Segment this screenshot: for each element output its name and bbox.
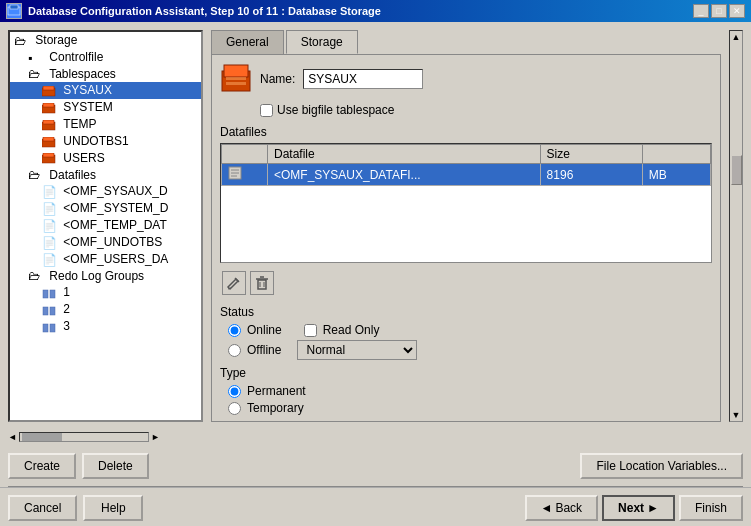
tree-item-df1[interactable]: 📄 <OMF_SYSAUX_D <box>10 183 201 200</box>
vertical-scrollbar[interactable]: ▲ ▼ <box>729 30 743 422</box>
tree-label: <OMF_TEMP_DAT <box>63 218 166 232</box>
tree-label: <OMF_SYSTEM_D <box>63 201 168 215</box>
tree-item-redo2[interactable]: 2 <box>10 301 201 318</box>
window-controls[interactable]: _ □ ✕ <box>693 4 745 18</box>
tree-item-undotbs1[interactable]: UNDOTBS1 <box>10 133 201 150</box>
tree-item-df2[interactable]: 📄 <OMF_SYSTEM_D <box>10 200 201 217</box>
readonly-label: Read Only <box>323 323 380 337</box>
minimize-button[interactable]: _ <box>693 4 709 18</box>
folder-open-icon: 🗁 <box>28 269 44 283</box>
file-location-button[interactable]: File Location Variables... <box>580 453 743 479</box>
tree-item-system[interactable]: SYSTEM <box>10 99 201 116</box>
svg-rect-11 <box>43 153 54 157</box>
permanent-row: Permanent <box>228 384 712 398</box>
tree-item-tablespaces[interactable]: 🗁 Tablespaces <box>10 66 201 83</box>
tree-item-datafiles-group[interactable]: 🗁 Datafiles <box>10 167 201 184</box>
back-label: Back <box>555 501 582 515</box>
tree-item-temp[interactable]: TEMP <box>10 116 201 133</box>
nav-group: ◄ Back Next ► Finish <box>525 495 744 521</box>
datafile-icon: 📄 <box>42 253 58 267</box>
scroll-thumb[interactable] <box>731 155 742 185</box>
online-radio[interactable] <box>228 324 241 337</box>
scroll-up-arrow[interactable]: ▲ <box>732 32 741 42</box>
readonly-checkbox[interactable] <box>304 324 317 337</box>
tab-general[interactable]: General <box>211 30 284 54</box>
cancel-button[interactable]: Cancel <box>8 495 77 521</box>
scroll-right-arrow[interactable]: ► <box>151 432 160 442</box>
tab-content: Name: Use bigfile tablespace Datafiles D… <box>211 54 721 422</box>
svg-rect-14 <box>43 307 48 315</box>
name-input[interactable] <box>303 69 423 89</box>
redo-icon <box>42 303 58 317</box>
tree-item-controlfile[interactable]: ▪ Controlfile <box>10 49 201 66</box>
tree-item-df3[interactable]: 📄 <OMF_TEMP_DAT <box>10 217 201 234</box>
bottom-bar-2: Cancel Help ◄ Back Next ► Finish <box>0 487 751 526</box>
edit-button[interactable] <box>222 271 246 295</box>
svg-rect-7 <box>43 120 54 124</box>
finish-button[interactable]: Finish <box>679 495 743 521</box>
row-name[interactable]: <OMF_SYSAUX_DATAFI... <box>268 164 541 186</box>
row-unit: MB <box>642 164 710 186</box>
tree-label: SYSAUX <box>63 83 112 97</box>
name-label: Name: <box>260 72 295 86</box>
tree-item-users[interactable]: USERS <box>10 150 201 167</box>
file-icon: ▪ <box>28 51 44 65</box>
temporary-radio[interactable] <box>228 402 241 415</box>
tree-label: Storage <box>35 33 77 47</box>
tree-item-storage[interactable]: 🗁 Storage <box>10 32 201 49</box>
tree-panel[interactable]: 🗁 Storage ▪ Controlfile 🗁 Tablespaces SY… <box>8 30 203 422</box>
tree-item-df4[interactable]: 📄 <OMF_UNDOTBS <box>10 234 201 251</box>
redo-icon <box>42 286 58 300</box>
folder-open-icon: 🗁 <box>28 67 44 81</box>
tree-label: Datafiles <box>49 168 96 182</box>
bigfile-checkbox[interactable] <box>260 104 273 117</box>
main-content: 🗁 Storage ▪ Controlfile 🗁 Tablespaces SY… <box>0 22 751 430</box>
offline-radio[interactable] <box>228 344 241 357</box>
svg-rect-9 <box>43 137 54 141</box>
table-row[interactable]: <OMF_SYSAUX_DATAFI... 8196 MB <box>222 164 711 186</box>
tab-storage[interactable]: Storage <box>286 30 358 54</box>
back-button[interactable]: ◄ Back <box>525 495 599 521</box>
tree-label: <OMF_SYSAUX_D <box>63 184 167 198</box>
hscroll-thumb[interactable] <box>22 433 62 441</box>
svg-rect-20 <box>226 77 246 80</box>
hscroll-track[interactable] <box>19 432 149 442</box>
tree-item-df5[interactable]: 📄 <OMF_USERS_DA <box>10 251 201 268</box>
datafiles-section-label: Datafiles <box>220 125 712 139</box>
tree-label: USERS <box>63 151 104 165</box>
svg-rect-12 <box>43 290 48 298</box>
tree-hscroll[interactable]: ◄ ► <box>8 432 160 442</box>
offline-select[interactable]: Normal <box>297 340 417 360</box>
row-size[interactable]: 8196 <box>540 164 642 186</box>
tree-item-redolog-groups[interactable]: 🗁 Redo Log Groups <box>10 268 201 285</box>
back-arrow-icon: ◄ <box>541 501 553 515</box>
delete-button[interactable] <box>250 271 274 295</box>
col-header-icon <box>222 145 268 164</box>
bigfile-label: Use bigfile tablespace <box>277 103 394 117</box>
tree-label: Redo Log Groups <box>49 269 144 283</box>
next-button[interactable]: Next ► <box>602 495 675 521</box>
close-button[interactable]: ✕ <box>729 4 745 18</box>
app-icon <box>6 3 22 19</box>
tree-item-sysaux[interactable]: SYSAUX <box>10 82 201 99</box>
create-button[interactable]: Create <box>8 453 76 479</box>
permanent-radio[interactable] <box>228 385 241 398</box>
svg-rect-17 <box>50 324 55 332</box>
tree-item-redo3[interactable]: 3 <box>10 318 201 335</box>
scroll-left-arrow[interactable]: ◄ <box>8 432 17 442</box>
help-button[interactable]: Help <box>83 495 143 521</box>
tablespace-icon <box>42 135 58 149</box>
datafiles-area: Datafile Size <OMF_SYSAUX_DATAFI... 8196 <box>220 143 712 263</box>
tab-bar[interactable]: General Storage <box>211 30 721 54</box>
scroll-down-arrow[interactable]: ▼ <box>732 410 741 420</box>
redo-icon <box>42 320 58 334</box>
online-label: Online <box>247 323 282 337</box>
bottom-bar-1: Create Delete File Location Variables... <box>0 446 751 486</box>
delete-button-bottom[interactable]: Delete <box>82 453 149 479</box>
tree-label: <OMF_USERS_DA <box>63 252 168 266</box>
svg-rect-19 <box>224 65 248 77</box>
name-row: Name: <box>220 63 712 95</box>
tree-label: Tablespaces <box>49 67 116 81</box>
maximize-button[interactable]: □ <box>711 4 727 18</box>
tree-item-redo1[interactable]: 1 <box>10 284 201 301</box>
